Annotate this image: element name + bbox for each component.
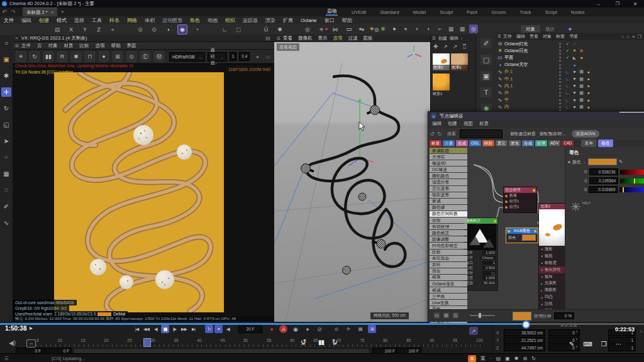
object-tag[interactable]: ✓ [564,48,571,53]
node-rgb-color[interactable]: RGB颜色 颜色 [506,228,538,243]
visibility-dots[interactable] [559,85,561,87]
object-tag[interactable]: ✓ [564,41,571,47]
node-type-item[interactable]: 三平面 [430,293,467,299]
menu-item[interactable]: 文件 [21,43,31,49]
octane-toolbar-icon[interactable]: Ⓜ [154,52,164,62]
object-tag[interactable]: ● [585,84,592,88]
material-tool-icon[interactable]: ↗ [453,43,458,50]
node-mix-texture[interactable]: 混合纹理 数量 纹理1 [503,187,537,213]
r-slider[interactable] [620,170,644,175]
video-progress-rest[interactable] [526,323,644,325]
timeline-icon[interactable]: ⊞ [368,325,376,333]
layout-tab[interactable]: Standard [380,9,399,15]
shading-color-swatch[interactable] [588,158,617,165]
video-progress-played[interactable] [0,323,526,325]
node-type-item[interactable]: OC噪波 [430,167,467,172]
toolbar-icon[interactable]: ◎ [469,25,478,33]
input-port[interactable] [505,200,508,203]
menu-item[interactable]: 网格 [127,17,137,24]
layout-tab[interactable]: UVEdit [352,9,366,15]
material-menu-edit[interactable]: 编辑 [450,35,458,41]
object-row[interactable]: ◑ Octane天空 ● [496,62,644,69]
node-type-item[interactable]: 颜色空间转换 [430,211,467,217]
toolbar-icon[interactable]: ✱ [275,25,284,34]
view-toggle-icon[interactable]: ▦ [443,312,450,319]
object-tag[interactable]: ▩ [578,69,585,74]
menu-item[interactable]: 模拟 [225,17,235,24]
colorspace-select[interactable]: HDR/sRGB ⌄ [169,52,205,62]
octane-toolbar-icon[interactable]: ▮▮ [43,52,53,62]
fcurve-icon[interactable]: ↗ [469,327,478,335]
tool-icon[interactable]: ➤ [1,136,11,146]
search-input[interactable] [460,129,502,138]
category-tab[interactable]: OSL [469,140,481,146]
toolbar-icon[interactable]: ⊙ [136,25,145,34]
hamburger-icon[interactable]: ☰ [274,36,283,41]
category-tab[interactable]: 纹理 [535,140,547,146]
object-row[interactable]: ∿ 内 ∟ ▼ ▩ ● [496,104,644,111]
search-icon[interactable]: ○ [621,34,625,40]
node-port-row[interactable]: 数量 [504,193,536,199]
menu-item[interactable]: 对象 [48,43,58,49]
object-row[interactable]: ∿ 内.1 ∟ ▼ ▩ ● [496,82,644,89]
material-param-row[interactable]: ● 凹凸 [539,293,568,300]
object-tag[interactable]: ● [585,70,592,74]
maximize-button[interactable]: ❐ [611,0,624,8]
close-button[interactable]: ✕ [629,0,641,8]
menu-item[interactable]: 运动图形 [162,17,182,24]
frame-field[interactable]: 20 F [238,325,262,333]
input-port[interactable]: ● [541,247,543,251]
toolbar-icon[interactable]: ➢ [435,25,444,33]
object-tag[interactable]: ● [585,90,592,95]
octane-toolbar-icon[interactable]: R [57,52,67,62]
toolbar-icon[interactable]: X [67,25,75,34]
layout-tab[interactable]: Model [413,9,426,15]
tool-icon[interactable]: ▦ [1,169,11,178]
node-type-item[interactable]: 随机颜色 [430,173,467,178]
category-tab[interactable]: 映射 [482,140,494,146]
timeline-icon[interactable]: ▤ [356,325,364,333]
trash-icon[interactable]: ▯ [463,44,466,49]
toolbar-icon[interactable]: ◎ [303,25,312,34]
toolbar-icon[interactable]: ● [322,25,331,33]
menu-item[interactable]: 编辑 [516,33,525,40]
object-tag[interactable]: ◣ [571,55,578,60]
octane-toolbar-icon[interactable]: ↻ [30,52,40,62]
menu-item[interactable]: 过滤 [348,35,358,41]
node-type-item[interactable]: 湍流分形 [430,179,467,185]
node-port-row[interactable]: 纹理2 [504,204,536,210]
object-tag[interactable]: ∟ [564,90,571,95]
toolbar-icon[interactable] [289,25,298,34]
menu-item[interactable]: 选择 [74,17,84,24]
layout-tab[interactable]: Script [545,9,557,15]
toolbar-icon[interactable]: ◑ [164,25,172,34]
tab-shading[interactable]: 着色 [598,140,613,147]
object-tag[interactable]: ▩ [578,97,585,102]
node-material[interactable]: 光泽2 ● 漫射 ● 镜面 [538,203,569,309]
node-type-item[interactable]: Octane渐变 [430,281,467,287]
object-tag[interactable]: ▩ [578,77,585,82]
ime-lang-toggle[interactable]: 英 [480,355,486,362]
texture-stretch-value[interactable]: 0 % [554,312,574,319]
category-tab[interactable]: ADV [548,140,560,146]
exposure-field[interactable]: 0.4 [239,52,250,61]
menu-item[interactable]: 面板 [364,35,373,41]
menu-item[interactable]: 体积 [145,17,155,24]
toolbar-icon[interactable]: ● [390,25,399,33]
node-type-item[interactable]: 锯齿波形 [430,192,467,198]
tool-icon[interactable]: ✛ [1,87,11,97]
material-param-row[interactable]: ● 各向异性 [539,266,568,273]
object-tag[interactable]: ▼ [571,90,578,95]
timeline-icon[interactable]: ⊙ [332,325,340,333]
toolbar-icon[interactable]: ◗ [413,25,421,33]
render-image[interactable] [54,72,224,312]
material-menu-create[interactable]: 创建 [438,35,447,41]
menu-item[interactable]: 查看 [283,35,292,41]
object-tag[interactable]: ▩ [578,90,585,96]
category-tab[interactable]: 介质 [443,140,455,146]
menu-item[interactable]: 渲染 [265,17,275,24]
object-tag[interactable]: ▼ [571,77,578,81]
octane-toolbar-icon[interactable]: ⊞ [113,52,123,62]
menu-item[interactable]: 编辑 [21,17,31,24]
menu-item[interactable]: 样条 [109,17,119,24]
